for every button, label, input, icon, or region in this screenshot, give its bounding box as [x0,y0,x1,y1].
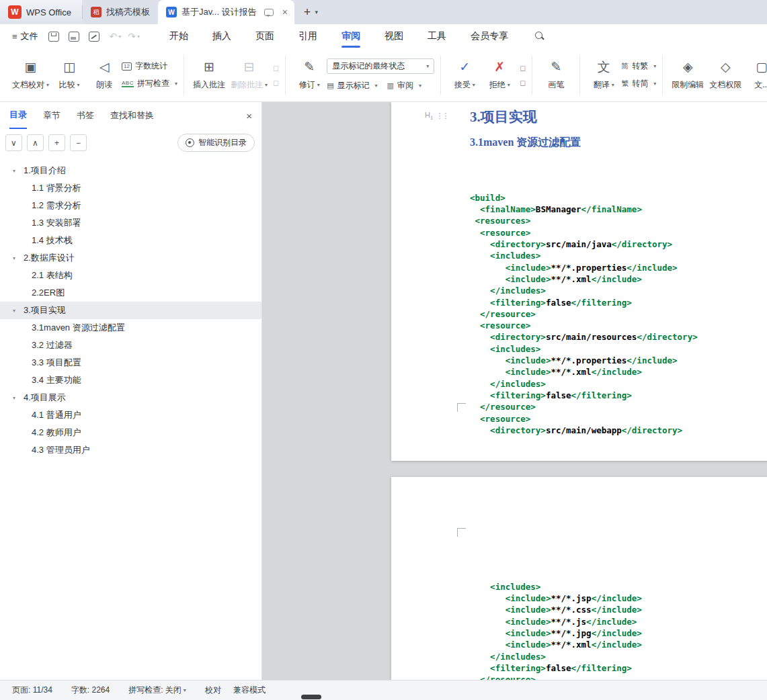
menu-tab[interactable]: 插入 [200,24,243,48]
document-outline: ▾ 1.项目介绍 ▾ 1.1 背景分析 ▾ 1.2 需求分析 ▾ 1.3 安装部… [0,158,261,680]
menu-tab[interactable]: 开始 [157,24,200,48]
smart-toc-button[interactable]: 智能识别目录 [177,134,255,152]
wps-home-tab[interactable]: W WPS Office [0,0,82,24]
word-count-indicator[interactable]: 字数: 2264 [71,685,110,696]
outline-item[interactable]: ▾ 2.1 表结构 [0,267,261,284]
outline-item[interactable]: ▾ 2.数据库设计 [0,249,261,267]
doc-extra-button[interactable]: ▢ 文... [744,53,767,97]
page-indicator[interactable]: 页面: 11/34 [12,685,52,696]
scroll-up-button[interactable]: ∧ [27,134,44,151]
menu-tab[interactable]: 引用 [286,24,329,48]
tab-list-chevron-icon[interactable]: ▾ [315,9,323,15]
collapse-triangle-icon[interactable]: ▾ [13,168,24,174]
compat-mode-indicator[interactable]: 兼容模式 [233,685,266,696]
expand-level-button[interactable]: + [48,134,65,151]
reject-changes-button[interactable]: ✗ 拒绝 [482,53,517,97]
outline-item[interactable]: ▾ 1.1 背景分析 [0,179,261,197]
menu-tab[interactable]: 审阅 [329,24,372,48]
read-aloud-button[interactable]: ◁ 朗读 [87,53,122,97]
new-tab-button[interactable]: + [294,6,315,18]
print-icon[interactable] [69,32,79,42]
ribbon-separator [440,56,441,95]
code-line: <finalName>BSManager</finalName> [470,204,698,215]
outline-item[interactable]: ▾ 1.4 技术栈 [0,232,261,249]
outline-item[interactable]: ▾ 3.项目实现 [0,302,261,319]
code-line: <directory>src/main/java</directory> [470,238,698,250]
comment-bubble-icon[interactable] [264,9,274,16]
restrict-editing-button[interactable]: ◈ 限制编辑 [669,53,707,97]
redo-icon[interactable]: ↷ [128,31,136,42]
accept-changes-button[interactable]: ✓ 接受 [447,53,482,97]
outline-item[interactable]: ▾ 4.项目展示 [0,389,261,406]
pen-button[interactable]: ✎ 画笔 [538,53,573,97]
outline-item[interactable]: ▾ 2.2ER图 [0,284,261,302]
outline-item[interactable]: ▾ 3.4 主要功能 [0,371,261,389]
to-simplified-button[interactable]: 繁 转简 [621,78,656,89]
outline-item[interactable]: ▾ 1.2 需求分析 [0,197,261,214]
proofread-status[interactable]: 校对 [205,685,221,696]
menu-tab[interactable]: 视图 [372,24,415,48]
collapse-triangle-icon[interactable]: ▾ [13,395,24,401]
sidebar-close-icon[interactable]: × [246,110,252,122]
next-comment-icon[interactable]: ◻ [273,79,279,87]
collapse-all-button[interactable]: ∨ [5,134,22,151]
previous-comment-icon[interactable]: ◻ [273,64,279,72]
collapse-triangle-icon[interactable]: ▾ [13,255,24,261]
horizontal-scrollbar-thumb[interactable] [301,695,321,699]
outline-item[interactable]: ▾ 3.3 项目配置 [0,354,261,371]
track-changes-button[interactable]: ✎ 修订 [292,53,327,97]
markup-state-select[interactable]: 显示标记的最终状态 [327,58,434,74]
menu-tab[interactable]: 页面 [243,24,286,48]
previous-change-icon[interactable]: ◻ [520,64,526,72]
undo-icon[interactable]: ↶ [110,31,118,42]
outline-item[interactable]: ▾ 1.项目介绍 [0,162,261,179]
insert-comment-button[interactable]: ⊞ 插入批注 [190,53,228,97]
undo-chevron-icon[interactable]: ▾ [118,34,121,40]
heading-level-badge[interactable]: H1 [425,111,433,121]
drag-handle-icon[interactable]: ⋮⋮ [436,112,448,120]
document-page-2[interactable]: <includes> <include>**/*.jsp</include> <… [391,477,767,680]
next-change-icon[interactable]: ◻ [520,79,526,87]
to-simplified-icon: 繁 [621,79,629,89]
spellcheck-status[interactable]: 拼写检查: 关闭 [128,685,186,696]
pen-icon: ✎ [551,60,561,75]
doc-permission-button[interactable]: ◇ 文档权限 [707,53,744,97]
collapse-level-button[interactable]: − [70,134,87,151]
show-markup-button[interactable]: ▤ 显示标记 [327,80,377,91]
outline-item-label: 4.3 管理员用户 [32,444,90,456]
tab-current-document[interactable]: W 基于Jav... 设计报告 × [158,0,294,24]
outline-item[interactable]: ▾ 3.2 过滤器 [0,337,261,354]
format-painter-icon[interactable] [89,32,99,42]
outline-item[interactable]: ▾ 4.3 管理员用户 [0,441,261,459]
tab-docer-template[interactable]: 稻 找稿壳模板 [83,0,158,24]
review-pane-button[interactable]: ▥ 审阅 [387,80,421,91]
document-page-1[interactable]: H1 ⋮⋮ 3.项目实现 3.1maven 资源过滤配置 <build> <fi… [391,102,767,461]
outline-item[interactable]: ▾ 1.3 安装部署 [0,214,261,232]
code-line: <includes> [470,581,642,593]
spell-check-button[interactable]: ABC 拼写检查 [122,78,177,89]
sidebar-tab[interactable]: 查找和替换 [110,102,154,129]
menu-tab[interactable]: 工具 [415,24,458,48]
outline-item[interactable]: ▾ 3.1maven 资源过滤配置 [0,319,261,337]
sidebar-tab[interactable]: 章节 [43,102,60,129]
menu-tab[interactable]: 会员专享 [458,24,520,48]
doc-proofread-button[interactable]: ▣ 文档校对 [9,53,52,97]
file-menu-button[interactable]: ≡ 文件 [7,30,44,42]
save-icon[interactable] [48,32,59,42]
redo-chevron-icon[interactable]: ▾ [137,34,140,40]
sidebar-tab[interactable]: 目录 [9,102,27,129]
delete-comment-button[interactable]: ⊟ 删除批注 [228,53,270,97]
sidebar-tab[interactable]: 书签 [77,102,94,129]
close-tab-icon[interactable]: × [282,7,288,17]
outline-item[interactable]: ▾ 4.1 普通用户 [0,406,261,424]
doc-permission-icon: ◇ [721,60,731,75]
compare-button[interactable]: ◫ 比较 [52,53,87,97]
collapse-triangle-icon[interactable]: ▾ [13,308,24,314]
search-icon[interactable] [535,32,545,42]
translate-button[interactable]: 文 翻译 [586,53,621,97]
outline-item[interactable]: ▾ 4.2 教师用户 [0,424,261,441]
word-count-button[interactable]: 12 字数统计 [122,60,177,72]
document-canvas[interactable]: H1 ⋮⋮ 3.项目实现 3.1maven 资源过滤配置 <build> <fi… [262,102,767,680]
code-line: <directory>src/main/resources</directory… [470,331,698,343]
to-traditional-button[interactable]: 简 转繁 [621,60,656,72]
